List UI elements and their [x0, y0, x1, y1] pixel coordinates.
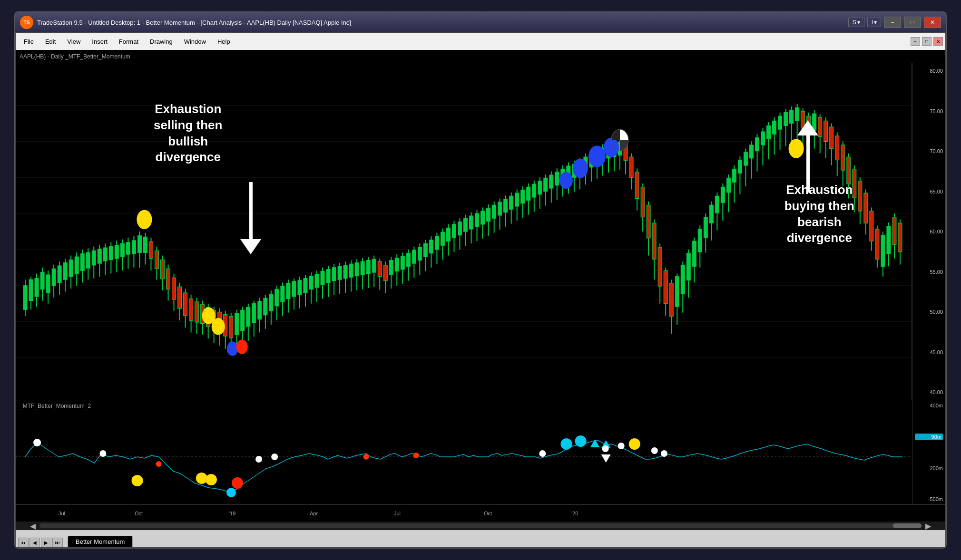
- svg-rect-266: [749, 145, 753, 158]
- svg-rect-102: [281, 286, 284, 302]
- i-button[interactable]: I ▾: [867, 18, 881, 27]
- svg-rect-88: [241, 310, 245, 331]
- svg-rect-264: [744, 152, 747, 165]
- price-60: 60.00: [915, 229, 943, 234]
- price-50: 50.00: [915, 309, 943, 315]
- svg-point-343: [33, 439, 41, 446]
- maximize-button[interactable]: □: [904, 17, 921, 28]
- svg-rect-238: [669, 283, 673, 317]
- nav-last[interactable]: ⏭: [52, 538, 63, 547]
- svg-rect-112: [309, 276, 313, 290]
- inner-close[interactable]: ✕: [933, 37, 943, 46]
- bottom-price-neg200m: -200m: [915, 465, 943, 471]
- svg-rect-60: [160, 260, 164, 279]
- svg-rect-154: [429, 240, 433, 253]
- svg-rect-262: [738, 160, 742, 174]
- down-arrow: [240, 182, 261, 254]
- svg-rect-92: [252, 304, 256, 323]
- window-title: TradeStation 9.5 - Untitled Desktop: 1 -…: [37, 19, 351, 26]
- x-label-19: '19: [229, 511, 235, 516]
- price-axis: 80.00 75.00 70.00 65.00 60.00 55.00 50.0…: [912, 63, 945, 400]
- svg-text:TS: TS: [24, 20, 30, 25]
- svg-rect-148: [412, 250, 416, 263]
- scroll-right[interactable]: ▶: [925, 521, 931, 531]
- svg-rect-38: [98, 249, 101, 263]
- svg-rect-108: [298, 280, 302, 294]
- bottom-price-neg500m: -500m: [915, 496, 943, 502]
- menu-view[interactable]: View: [61, 36, 86, 47]
- svg-point-319: [137, 210, 152, 229]
- menu-bar-right: − □ ✕: [911, 37, 943, 46]
- svg-rect-16: [35, 279, 39, 297]
- svg-rect-42: [109, 247, 113, 260]
- svg-point-357: [661, 450, 667, 457]
- svg-rect-160: [446, 228, 450, 241]
- svg-rect-274: [773, 121, 776, 134]
- inner-minimize[interactable]: −: [911, 37, 920, 46]
- svg-rect-318: [898, 223, 902, 252]
- svg-rect-186: [521, 190, 525, 203]
- x-label-20: '20: [571, 511, 578, 516]
- svg-rect-98: [269, 294, 273, 310]
- svg-rect-70: [189, 299, 193, 321]
- scrollbar-track[interactable]: [39, 523, 922, 528]
- svg-point-344: [99, 450, 106, 457]
- svg-rect-72: [195, 302, 199, 322]
- menu-drawing[interactable]: Drawing: [144, 36, 178, 47]
- svg-rect-190: [532, 184, 536, 197]
- svg-rect-140: [389, 261, 393, 275]
- svg-rect-138: [383, 265, 387, 281]
- svg-point-354: [602, 445, 609, 452]
- chart-label: AAPL(HB) - Daily _MTF_Better_Momentum: [20, 53, 130, 60]
- menu-window[interactable]: Window: [178, 36, 212, 47]
- menu-format[interactable]: Format: [113, 36, 144, 47]
- menu-insert[interactable]: Insert: [86, 36, 113, 47]
- menu-help[interactable]: Help: [212, 36, 236, 47]
- scroll-left[interactable]: ◀: [30, 521, 36, 531]
- svg-rect-230: [647, 205, 650, 238]
- inner-maximize[interactable]: □: [922, 37, 932, 46]
- title-bar-right: S ▾ I ▾ − □ ✕: [848, 17, 941, 28]
- nav-first[interactable]: ⏮: [18, 538, 29, 547]
- svg-rect-242: [681, 265, 685, 294]
- exhaustion-sell-text: Exhaustionselling thenbullishdivergence: [154, 101, 222, 165]
- menu-file[interactable]: File: [18, 36, 39, 47]
- nav-prev[interactable]: ◀: [29, 538, 40, 547]
- svg-rect-156: [435, 236, 439, 250]
- svg-rect-248: [698, 229, 702, 252]
- svg-rect-94: [258, 301, 262, 319]
- title-bar: TS TradeStation 9.5 - Untitled Desktop: …: [15, 12, 946, 32]
- svg-rect-292: [824, 121, 828, 141]
- svg-rect-270: [761, 132, 765, 145]
- svg-rect-46: [120, 243, 124, 257]
- svg-rect-176: [492, 205, 496, 218]
- svg-rect-252: [709, 205, 713, 223]
- svg-rect-232: [652, 223, 656, 259]
- scrollbar-thumb[interactable]: [893, 523, 922, 528]
- svg-rect-306: [864, 193, 868, 223]
- svg-rect-136: [378, 261, 382, 277]
- svg-rect-86: [235, 313, 239, 335]
- svg-rect-144: [401, 256, 404, 270]
- s-button[interactable]: S ▾: [848, 18, 864, 27]
- svg-rect-96: [264, 298, 267, 315]
- svg-rect-304: [858, 181, 862, 211]
- tab-better-momentum[interactable]: Better Momentum: [68, 536, 133, 547]
- menu-edit[interactable]: Edit: [39, 36, 61, 47]
- svg-point-346: [271, 454, 278, 460]
- svg-rect-316: [892, 217, 896, 245]
- svg-rect-246: [692, 241, 696, 266]
- svg-rect-280: [790, 110, 794, 124]
- bottom-chart[interactable]: _MTF_Better_Momentum_2: [16, 400, 912, 504]
- close-button[interactable]: ✕: [924, 17, 941, 28]
- nav-next[interactable]: ▶: [41, 538, 51, 547]
- svg-rect-100: [275, 289, 279, 306]
- svg-rect-142: [395, 258, 399, 271]
- svg-rect-226: [635, 172, 639, 199]
- minimize-button[interactable]: −: [884, 17, 901, 28]
- svg-rect-224: [629, 157, 633, 177]
- main-chart[interactable]: Exhaustionselling thenbullishdivergence …: [16, 63, 912, 400]
- svg-rect-84: [229, 316, 233, 338]
- svg-point-355: [618, 443, 625, 449]
- svg-rect-152: [423, 243, 427, 257]
